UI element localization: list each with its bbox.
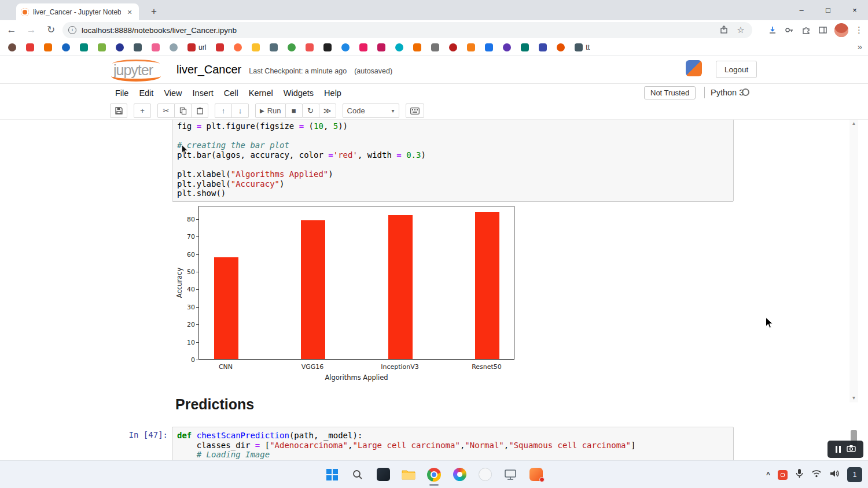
- notebook-title[interactable]: liver_Cancer: [176, 63, 241, 76]
- code-line[interactable]: plt.bar(algos, accuracy, color ='red', w…: [177, 150, 729, 160]
- menu-kernel[interactable]: Kernel: [244, 86, 278, 100]
- bookmark-item[interactable]: [62, 43, 70, 51]
- forward-icon[interactable]: →: [23, 22, 39, 38]
- run-button[interactable]: ▶ Run: [255, 103, 286, 118]
- bookmark-item[interactable]: [539, 43, 547, 51]
- start-button[interactable]: [325, 467, 340, 482]
- tab-close-icon[interactable]: ×: [125, 8, 134, 17]
- code-line[interactable]: [177, 131, 729, 141]
- bookmark-item[interactable]: [252, 43, 260, 51]
- bookmarks-overflow-icon[interactable]: »: [858, 42, 862, 51]
- extensions-puzzle-icon[interactable]: [801, 25, 811, 35]
- browser-tab[interactable]: liver_Cancer - Jupyter Notebook ×: [16, 3, 139, 20]
- address-bar[interactable]: i localhost:8888/notebooks/liver_Cancer.…: [62, 22, 752, 38]
- bookmark-item[interactable]: [288, 43, 296, 51]
- code-line[interactable]: plt.ylabel("Accuracy"): [177, 179, 729, 189]
- screenshot-icon[interactable]: [847, 444, 856, 454]
- bookmark-item[interactable]: [485, 43, 493, 51]
- bookmark-item[interactable]: [341, 43, 350, 51]
- bookmark-item[interactable]: [270, 43, 278, 51]
- logout-button[interactable]: Logout: [716, 61, 757, 78]
- bookmark-item[interactable]: [234, 43, 242, 51]
- menu-insert[interactable]: Insert: [187, 86, 219, 100]
- taskbar-app-orange-icon[interactable]: [528, 467, 543, 482]
- save-button[interactable]: [110, 103, 127, 118]
- bookmark-item[interactable]: [503, 43, 511, 51]
- command-palette-button[interactable]: [406, 103, 424, 118]
- url-text[interactable]: localhost:8888/notebooks/liver_Cancer.ip…: [82, 26, 713, 35]
- jupyter-logo[interactable]: jupyter: [108, 60, 163, 80]
- paste-cell-button[interactable]: [191, 103, 208, 118]
- bookmark-item[interactable]: [467, 43, 475, 51]
- bookmark-item[interactable]: [413, 43, 421, 51]
- interrupt-kernel-button[interactable]: ■: [285, 103, 303, 118]
- menu-edit[interactable]: Edit: [134, 86, 159, 100]
- tray-overflow-chevron-icon[interactable]: ^: [766, 471, 770, 479]
- menu-file[interactable]: File: [110, 86, 134, 100]
- menu-help[interactable]: Help: [319, 86, 347, 100]
- side-panel-icon[interactable]: [818, 25, 828, 35]
- taskbar-app-light-icon[interactable]: [477, 467, 492, 482]
- scroll-up-icon[interactable]: ▲: [849, 120, 858, 128]
- bookmark-star-icon[interactable]: ☆: [735, 25, 746, 35]
- code-line[interactable]: fig = plt.figure(figsize = (10, 5)): [177, 121, 729, 131]
- scroll-down-icon[interactable]: ▼: [849, 394, 858, 402]
- menu-widgets[interactable]: Widgets: [278, 86, 319, 100]
- code-line[interactable]: plt.show(): [177, 188, 729, 198]
- window-maximize-button[interactable]: □: [815, 0, 841, 20]
- screenshot-count-badge[interactable]: 1: [847, 467, 862, 482]
- profile-avatar[interactable]: [834, 23, 848, 37]
- not-trusted-button[interactable]: Not Trusted: [644, 86, 696, 99]
- browser-menu-icon[interactable]: ⋮: [855, 25, 863, 35]
- bookmark-item[interactable]: [44, 43, 52, 51]
- code-cell-input[interactable]: def chestScanPrediction(path, _model): c…: [172, 427, 734, 460]
- search-button[interactable]: [350, 467, 365, 482]
- bookmark-item[interactable]: [306, 43, 314, 51]
- menu-view[interactable]: View: [159, 86, 187, 100]
- bookmark-item[interactable]: [521, 43, 529, 51]
- bookmark-item[interactable]: [377, 43, 385, 51]
- taskbar-app-dark-icon[interactable]: [376, 467, 391, 482]
- photos-app-button[interactable]: [452, 467, 467, 482]
- bookmark-item[interactable]: [26, 43, 34, 51]
- restart-run-all-button[interactable]: ≫: [319, 103, 336, 118]
- cell-type-dropdown[interactable]: Code ▾: [343, 103, 399, 118]
- menu-cell[interactable]: Cell: [219, 86, 244, 100]
- code-line[interactable]: classes_dir = ["Adenocarcinoma","Large c…: [177, 441, 729, 450]
- notebook-scroll-area[interactable]: fig = plt.figure(figsize = (10, 5)) # cr…: [0, 120, 849, 460]
- code-line[interactable]: # creating the bar plot: [177, 141, 729, 150]
- code-line[interactable]: plt.xlabel("Algorithms Applied"): [177, 169, 729, 179]
- code-cell-input[interactable]: fig = plt.figure(figsize = (10, 5)) # cr…: [172, 120, 734, 202]
- pause-icon[interactable]: [836, 446, 841, 453]
- wifi-icon[interactable]: [811, 469, 822, 480]
- bookmark-item[interactable]: [216, 43, 224, 51]
- reload-icon[interactable]: ↻: [43, 22, 59, 38]
- bookmark-item[interactable]: [152, 43, 160, 51]
- cut-cell-button[interactable]: ✂: [157, 103, 175, 118]
- move-cell-down-button[interactable]: ↓: [231, 103, 249, 118]
- bookmark-item[interactable]: [359, 43, 367, 51]
- new-tab-button[interactable]: +: [147, 5, 161, 19]
- file-explorer-button[interactable]: [401, 467, 416, 482]
- site-info-icon[interactable]: i: [68, 26, 76, 34]
- bookmark-item[interactable]: [449, 43, 457, 51]
- volume-icon[interactable]: [829, 469, 840, 480]
- code-line[interactable]: def chestScanPrediction(path, _model):: [177, 431, 729, 441]
- code-line[interactable]: # Loading Image: [177, 450, 729, 460]
- bookmark-item[interactable]: [8, 43, 16, 51]
- recorder-tray-icon[interactable]: [778, 470, 788, 480]
- bookmark-item[interactable]: [170, 43, 178, 51]
- code-line[interactable]: [177, 160, 729, 169]
- bookmark-item[interactable]: tt: [575, 43, 590, 51]
- bookmark-item[interactable]: url: [187, 43, 206, 51]
- move-cell-up-button[interactable]: ↑: [215, 103, 232, 118]
- chrome-button[interactable]: [426, 467, 442, 482]
- bookmark-item[interactable]: [323, 43, 332, 51]
- password-key-icon[interactable]: [784, 25, 795, 35]
- display-app-button[interactable]: [503, 467, 518, 482]
- bookmark-item[interactable]: [395, 43, 403, 51]
- window-minimize-button[interactable]: –: [788, 0, 815, 20]
- back-icon[interactable]: ←: [3, 22, 20, 38]
- download-icon[interactable]: [767, 25, 778, 35]
- restart-kernel-button[interactable]: ↻: [302, 103, 319, 118]
